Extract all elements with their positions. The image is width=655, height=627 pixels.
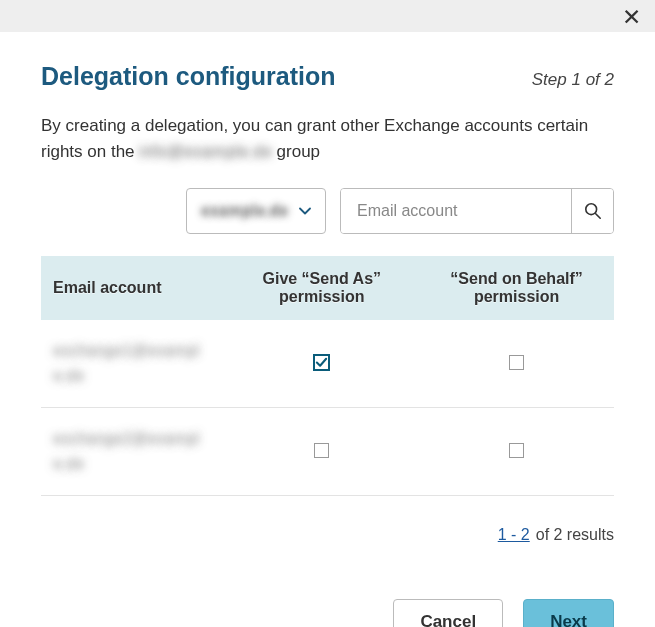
header-row: Delegation configuration Step 1 of 2 bbox=[41, 62, 614, 91]
domain-dropdown[interactable]: example.de bbox=[186, 188, 326, 234]
table-header-row: Email account Give “Send As” permission … bbox=[41, 256, 614, 320]
send-on-behalf-checkbox[interactable] bbox=[508, 353, 526, 371]
chevron-down-icon bbox=[299, 205, 311, 217]
col-email[interactable]: Email account bbox=[41, 256, 224, 320]
row-email: exchange2@example.de bbox=[53, 426, 212, 477]
dropdown-selected: example.de bbox=[201, 202, 288, 220]
modal-content: Delegation configuration Step 1 of 2 By … bbox=[0, 32, 655, 627]
next-button[interactable]: Next bbox=[523, 599, 614, 627]
close-icon[interactable]: ✕ bbox=[614, 2, 649, 33]
search-input[interactable] bbox=[341, 189, 571, 233]
svg-point-0 bbox=[585, 203, 596, 214]
row-email: exchange1@example.de bbox=[53, 338, 212, 389]
table-row: exchange1@example.de bbox=[41, 320, 614, 408]
cancel-button[interactable]: Cancel bbox=[393, 599, 503, 627]
svg-line-1 bbox=[595, 213, 600, 218]
description-text: By creating a delegation, you can grant … bbox=[41, 113, 614, 166]
send-as-checkbox[interactable] bbox=[313, 354, 331, 372]
modal-top-bar: ✕ bbox=[0, 0, 655, 32]
permissions-table: Email account Give “Send As” permission … bbox=[41, 256, 614, 496]
modal-title: Delegation configuration bbox=[41, 62, 335, 91]
send-as-checkbox[interactable] bbox=[313, 441, 331, 459]
search-group bbox=[340, 188, 614, 234]
search-button[interactable] bbox=[571, 189, 613, 233]
col-send-as[interactable]: Give “Send As” permission bbox=[224, 256, 419, 320]
checkbox-unchecked-icon bbox=[509, 443, 524, 458]
send-on-behalf-checkbox[interactable] bbox=[508, 441, 526, 459]
checkbox-unchecked-icon bbox=[314, 443, 329, 458]
footer-row: Cancel Next bbox=[41, 599, 614, 627]
pagination-range-link[interactable]: 1 - 2 bbox=[498, 526, 530, 544]
checkbox-checked-icon bbox=[313, 354, 330, 371]
step-indicator: Step 1 of 2 bbox=[532, 70, 614, 90]
description-after: group bbox=[272, 142, 320, 161]
search-icon bbox=[584, 202, 602, 220]
table-row: exchange2@example.de bbox=[41, 407, 614, 495]
pagination: 1 - 2 of 2 results bbox=[41, 526, 614, 544]
pagination-suffix: of 2 results bbox=[536, 526, 614, 544]
checkbox-unchecked-icon bbox=[509, 355, 524, 370]
description-group: info@example.de bbox=[139, 142, 272, 161]
col-send-on-behalf[interactable]: “Send on Behalf” permission bbox=[419, 256, 614, 320]
controls-row: example.de bbox=[41, 188, 614, 234]
